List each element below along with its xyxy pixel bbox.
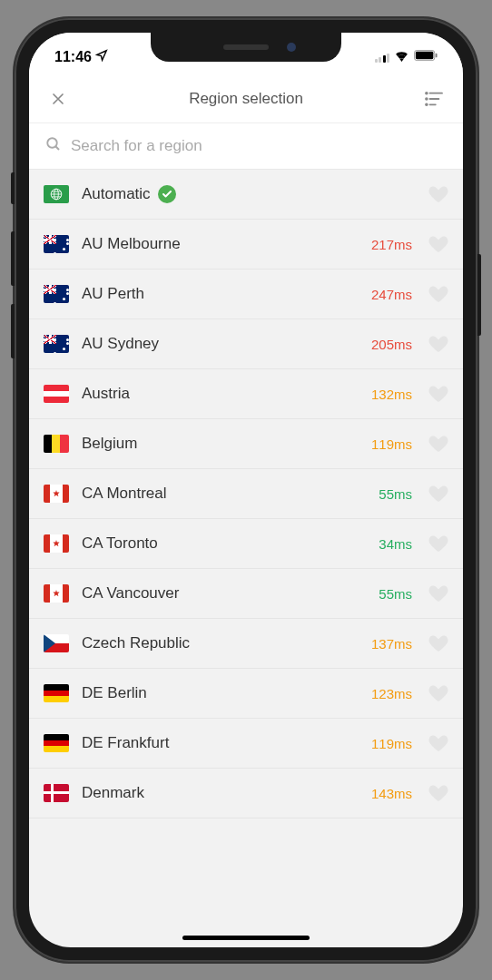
favorite-heart-icon[interactable]: [428, 235, 448, 253]
signal-icon: [375, 52, 390, 63]
region-list[interactable]: AutomaticAU Melbourne217msAU Perth247msA…: [29, 170, 463, 818]
region-row-de-frankfurt[interactable]: DE Frankfurt119ms: [29, 719, 463, 769]
notch: [151, 33, 341, 62]
flag-at-icon: [44, 385, 69, 403]
favorite-heart-icon[interactable]: [428, 485, 448, 503]
region-row-de-berlin[interactable]: DE Berlin123ms: [29, 669, 463, 719]
close-button[interactable]: [45, 86, 71, 112]
region-row-automatic[interactable]: Automatic: [29, 170, 463, 220]
latency-value: 247ms: [371, 287, 412, 302]
region-name: AU Sydney: [82, 335, 359, 353]
region-name: Denmark: [82, 784, 359, 802]
flag-auto-icon: [44, 185, 69, 203]
region-row-au-sydney[interactable]: AU Sydney205ms: [29, 319, 463, 369]
search-icon: [45, 136, 62, 156]
favorite-heart-icon[interactable]: [428, 435, 448, 453]
latency-value: 205ms: [371, 337, 412, 352]
latency-value: 34ms: [379, 536, 412, 552]
svg-point-5: [426, 98, 428, 100]
region-name: CA Toronto: [82, 534, 366, 553]
home-indicator[interactable]: [182, 936, 310, 940]
region-name: Automatic: [82, 185, 416, 203]
favorite-heart-icon[interactable]: [428, 684, 448, 702]
region-name: Austria: [82, 385, 359, 403]
favorite-heart-icon[interactable]: [428, 285, 448, 303]
region-row-denmark[interactable]: Denmark143ms: [29, 769, 463, 818]
region-row-ca-toronto[interactable]: CA Toronto34ms: [29, 519, 463, 569]
flag-au-icon: [44, 285, 69, 303]
favorite-heart-icon[interactable]: [428, 185, 448, 203]
region-name: DE Frankfurt: [82, 734, 359, 752]
flag-be-icon: [44, 435, 69, 453]
search-bar[interactable]: [29, 123, 463, 170]
latency-value: 132ms: [371, 387, 412, 402]
battery-icon: [414, 49, 438, 65]
region-row-czech[interactable]: Czech Republic137ms: [29, 619, 463, 669]
favorite-heart-icon[interactable]: [428, 385, 448, 403]
selected-check-icon: [158, 185, 176, 203]
latency-value: 123ms: [371, 686, 412, 701]
region-row-belgium[interactable]: Belgium119ms: [29, 419, 463, 469]
region-name: DE Berlin: [82, 684, 359, 702]
region-name: AU Melbourne: [82, 235, 359, 253]
location-icon: [95, 49, 108, 65]
favorite-heart-icon[interactable]: [428, 335, 448, 353]
search-input[interactable]: [71, 137, 447, 155]
latency-value: 55ms: [379, 586, 412, 602]
latency-value: 119ms: [371, 436, 412, 452]
flag-ca-icon: [44, 534, 69, 553]
latency-value: 217ms: [371, 237, 412, 252]
flag-ca-icon: [44, 485, 69, 503]
header: Region selection: [29, 74, 463, 123]
favorite-heart-icon[interactable]: [428, 734, 448, 752]
region-row-au-melbourne[interactable]: AU Melbourne217ms: [29, 220, 463, 270]
region-row-austria[interactable]: Austria132ms: [29, 369, 463, 419]
flag-dk-icon: [44, 784, 69, 802]
favorite-heart-icon[interactable]: [428, 534, 448, 553]
wifi-icon: [394, 49, 409, 65]
flag-de-icon: [44, 684, 69, 702]
region-name: CA Vancouver: [82, 584, 366, 603]
phone-frame: 11:46: [15, 18, 477, 962]
flag-ca-icon: [44, 584, 69, 603]
svg-rect-1: [416, 52, 434, 59]
svg-point-7: [426, 103, 428, 105]
screen: 11:46: [29, 33, 463, 947]
latency-value: 119ms: [371, 736, 412, 751]
svg-rect-2: [436, 54, 438, 58]
region-row-au-perth[interactable]: AU Perth247ms: [29, 270, 463, 319]
flag-de-icon: [44, 734, 69, 752]
status-time: 11:46: [54, 49, 92, 65]
latency-value: 137ms: [371, 636, 412, 652]
svg-point-3: [426, 92, 428, 93]
sort-button[interactable]: [421, 86, 447, 112]
flag-au-icon: [44, 235, 69, 253]
region-name: Belgium: [82, 435, 359, 453]
region-row-ca-vancouver[interactable]: CA Vancouver55ms: [29, 569, 463, 619]
svg-line-10: [55, 146, 59, 150]
latency-value: 143ms: [371, 786, 412, 801]
flag-au-icon: [44, 335, 69, 353]
flag-cz-icon: [44, 634, 69, 652]
page-title: Region selection: [189, 90, 303, 108]
region-row-ca-montreal[interactable]: CA Montreal55ms: [29, 469, 463, 519]
svg-point-9: [47, 138, 57, 148]
region-name: AU Perth: [82, 285, 359, 303]
favorite-heart-icon[interactable]: [428, 784, 448, 802]
favorite-heart-icon[interactable]: [428, 634, 448, 652]
region-name: CA Montreal: [82, 485, 366, 503]
latency-value: 55ms: [379, 486, 412, 502]
favorite-heart-icon[interactable]: [428, 584, 448, 603]
region-name: Czech Republic: [82, 634, 359, 652]
